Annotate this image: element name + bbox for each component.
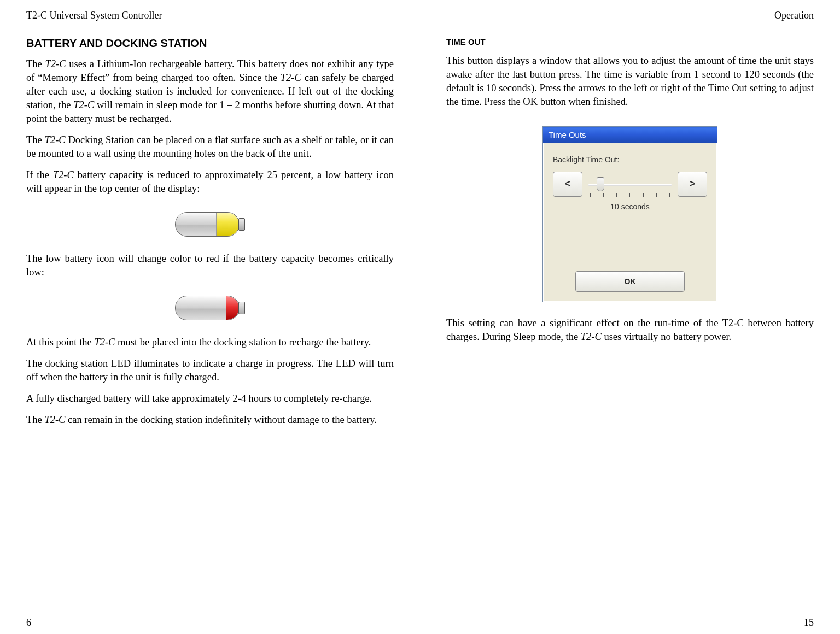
dialog-body: Backlight Time Out: < > 10 seconds OK bbox=[543, 143, 717, 302]
left-page: T2-C Universal System Controller BATTERY… bbox=[0, 0, 420, 634]
section-heading: BATTERY AND DOCKING STATION bbox=[26, 37, 394, 50]
header-row: T2-C Universal System Controller bbox=[26, 10, 394, 24]
battery-yellow-icon bbox=[26, 212, 394, 237]
paragraph: At this point the T2-C must be placed in… bbox=[26, 336, 394, 349]
paragraph: This button displays a window that allow… bbox=[446, 54, 814, 109]
dialog-titlebar: Time Outs bbox=[543, 127, 717, 143]
paragraph: The T2-C Docking Station can be placed o… bbox=[26, 133, 394, 161]
paragraph: This setting can have a significant effe… bbox=[446, 316, 814, 344]
page-number: 6 bbox=[26, 617, 31, 629]
right-page: Operation TIME OUT This button displays … bbox=[420, 0, 840, 634]
arrow-left-button[interactable]: < bbox=[553, 172, 582, 197]
timeout-dialog: Time Outs Backlight Time Out: < > 10 sec… bbox=[542, 126, 718, 302]
slider-row: < > bbox=[553, 172, 707, 197]
header-left: T2-C Universal System Controller bbox=[26, 10, 162, 21]
timeout-dialog-wrap: Time Outs Backlight Time Out: < > 10 sec… bbox=[446, 126, 814, 302]
backlight-label: Backlight Time Out: bbox=[553, 155, 707, 164]
paragraph: A fully discharged battery will take app… bbox=[26, 392, 394, 406]
paragraph: The docking station LED illuminates to i… bbox=[26, 357, 394, 384]
paragraph: The low battery icon will change color t… bbox=[26, 252, 394, 279]
arrow-right-button[interactable]: > bbox=[678, 172, 707, 197]
page-number: 15 bbox=[804, 617, 814, 629]
ok-button[interactable]: OK bbox=[575, 271, 685, 292]
slider-thumb[interactable] bbox=[597, 177, 604, 191]
timeout-slider[interactable] bbox=[588, 172, 672, 197]
battery-red-icon bbox=[26, 296, 394, 320]
header-row: Operation bbox=[446, 10, 814, 24]
paragraph: If the T2-C battery capacity is reduced … bbox=[26, 168, 394, 196]
sub-heading: TIME OUT bbox=[446, 37, 814, 46]
seconds-value: 10 seconds bbox=[553, 202, 707, 211]
header-right: Operation bbox=[774, 10, 814, 21]
paragraph: The T2-C can remain in the docking stati… bbox=[26, 413, 394, 427]
paragraph: The T2-C uses a Lithium-Ion rechargeable… bbox=[26, 57, 394, 126]
